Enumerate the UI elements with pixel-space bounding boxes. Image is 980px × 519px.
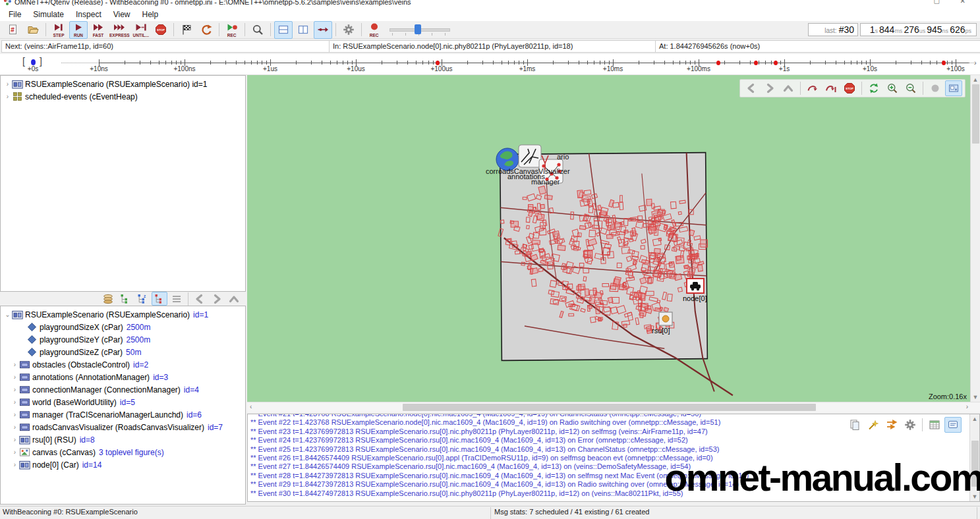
list-view-button[interactable] — [169, 292, 185, 306]
expand-arrow-icon[interactable]: ⌄ — [3, 311, 12, 318]
timeline-toggle-button[interactable] — [314, 21, 332, 39]
find-objects-button[interactable] — [248, 21, 267, 39]
timeline-event-dot[interactable] — [754, 61, 758, 65]
tree-row[interactable]: ›node[0] (Car)id=14 — [1, 458, 245, 471]
tree-row[interactable]: ›RSUExampleScenario (RSUExampleScenario)… — [1, 78, 245, 90]
setup-config-button[interactable]: # — [4, 21, 22, 39]
canvas-back-button[interactable] — [743, 80, 760, 96]
canvas-hscroll-thumb[interactable] — [403, 404, 816, 411]
filter-log-button[interactable] — [883, 417, 900, 433]
fast-until-module-button[interactable] — [822, 80, 840, 96]
inheritance-view-button[interactable]: z — [134, 292, 150, 306]
tree-row[interactable]: ⌄RSUExampleScenario (RSUExampleScenario)… — [1, 308, 245, 321]
children-view-button[interactable] — [152, 292, 167, 306]
expand-arrow-icon[interactable]: › — [3, 93, 12, 100]
until-button[interactable]: UNTIL... — [132, 21, 150, 39]
expand-arrow-icon[interactable]: › — [11, 398, 19, 406]
tree-row[interactable]: playgroundSizeY (cPar)2500m — [1, 333, 245, 346]
zoom-in-button[interactable] — [884, 80, 901, 96]
menu-item-inspect[interactable]: Inspect — [70, 9, 107, 20]
expand-arrow-icon[interactable]: › — [11, 373, 19, 381]
window-controls[interactable]: ▢ ✕ — [933, 0, 975, 5]
expand-arrow-icon[interactable]: › — [3, 80, 12, 88]
canvas-vscrollbar[interactable]: ▲ ▼ — [970, 75, 980, 402]
zoom-out-button[interactable] — [902, 80, 919, 96]
stop-button[interactable]: STOP — [152, 21, 170, 39]
log-options-button[interactable] — [902, 417, 919, 433]
layout-vertical-button[interactable] — [294, 21, 312, 39]
timeline-event-dot[interactable] — [942, 61, 946, 65]
table-view-button[interactable] — [926, 417, 943, 433]
menu-item-file[interactable]: File — [3, 9, 27, 20]
express-button[interactable]: EXPRESS — [109, 21, 130, 39]
expand-arrow-icon[interactable]: › — [11, 361, 19, 368]
fast-button[interactable]: FAST — [89, 21, 107, 39]
network-canvas[interactable]: STOP corroadsCanvasVisualizerannotations… — [247, 75, 980, 402]
tree-row[interactable]: ›roadsCanvasVisualizer (RoadsCanvasVisua… — [1, 421, 245, 433]
menu-item-simulate[interactable]: Simulate — [27, 9, 70, 20]
animation-toggle-button[interactable] — [927, 80, 944, 96]
inspector-forward-button[interactable] — [209, 292, 225, 306]
tree-row[interactable]: playgroundSizeZ (cPar)50m — [1, 346, 245, 358]
copy-log-button[interactable] — [846, 417, 863, 433]
filter-wand-button[interactable] — [865, 417, 882, 433]
tree-row[interactable]: ›world (BaseWorldUtility)id=5 — [1, 396, 245, 408]
grouped-view-button[interactable] — [117, 292, 133, 306]
tree-row[interactable]: ›rsu[0] (RSU)id=8 — [1, 433, 245, 446]
expand-arrow-icon[interactable]: › — [11, 386, 19, 393]
tree-item-label: scheduled-events (cEventHeap) — [25, 92, 138, 101]
expand-arrow-icon[interactable]: › — [11, 449, 19, 456]
event-timeline[interactable]: ›+0s+10ns+100ns+1us+10us+100us+1ms+10ms+… — [0, 54, 980, 75]
canvas-forward-button[interactable] — [761, 80, 778, 96]
expand-arrow-icon[interactable]: › — [11, 411, 19, 418]
tree-row[interactable]: ›annotations (AnnotationManager)id=3 — [1, 371, 245, 383]
redraw-button[interactable] — [865, 80, 882, 96]
timeline-event-dot[interactable] — [436, 61, 440, 65]
load-ned-button[interactable] — [24, 21, 42, 39]
compound-icon — [19, 371, 30, 383]
scroll-up-arrow[interactable]: ▲ — [970, 416, 979, 422]
tree-row[interactable]: ›obstacles (ObstacleControl)id=2 — [1, 358, 245, 371]
timeline-event-dot[interactable] — [774, 61, 778, 65]
inspector-up-button[interactable] — [226, 292, 242, 306]
preferences-button[interactable] — [339, 21, 358, 39]
animation-speed-slider[interactable] — [388, 22, 451, 37]
tree-row[interactable]: ›manager (TraCIScenarioManagerLaunchd)id… — [1, 408, 245, 421]
menu-item-help[interactable]: Help — [136, 9, 165, 20]
run-button[interactable]: RUN — [69, 21, 88, 39]
tree-row[interactable]: ›connectionManager (ConnectionManager)id… — [1, 383, 245, 396]
last-event-value: #30 — [839, 24, 854, 35]
canvas-up-button[interactable] — [780, 80, 797, 96]
canvas-hscrollbar[interactable]: ‹ › — [247, 402, 980, 412]
tree-row[interactable]: ›canvas (cCanvas)3 toplevel figure(s) — [1, 446, 245, 458]
timeline-event-dot[interactable] — [716, 61, 720, 65]
conclude-simulation-button[interactable] — [177, 21, 196, 39]
rebuild-network-button[interactable] — [197, 21, 216, 39]
timeline-bracket-open: [ — [22, 56, 25, 67]
step-button[interactable]: STEP — [49, 21, 68, 39]
menu-item-view[interactable]: View — [107, 9, 136, 20]
run-until-module-button[interactable] — [804, 80, 821, 96]
expand-arrow-icon[interactable]: › — [11, 461, 19, 468]
canvas-stop-button[interactable]: STOP — [841, 80, 858, 96]
expand-arrow-icon[interactable]: › — [11, 436, 19, 443]
scroll-right-arrow[interactable]: › — [966, 403, 968, 410]
message-view-button[interactable] — [944, 417, 962, 433]
slider-handle[interactable] — [415, 24, 421, 34]
record-eventlog-button[interactable]: REC — [223, 21, 241, 39]
scroll-down-arrow[interactable]: ▼ — [971, 394, 980, 400]
scroll-left-arrow[interactable]: ‹ — [250, 403, 252, 410]
timeline-current-event-dot[interactable] — [31, 59, 36, 65]
record-video-button[interactable]: REC — [365, 21, 384, 39]
layout-horizontal-button[interactable] — [274, 21, 293, 39]
show-module-output-button[interactable] — [945, 80, 962, 96]
scroll-up-arrow[interactable]: ▲ — [971, 76, 980, 83]
expand-arrow-icon[interactable]: › — [11, 423, 19, 431]
flat-view-button[interactable] — [100, 292, 116, 306]
tree-row[interactable]: ›scheduled-events (cEventHeap) — [1, 90, 245, 103]
tree-row[interactable]: playgroundSizeX (cPar)2500m — [1, 321, 245, 333]
inspector-back-button[interactable] — [192, 292, 208, 306]
tree-item-value: 3 toplevel figure(s) — [99, 448, 164, 457]
timeline-label: +1s — [779, 65, 790, 72]
canvas-vscroll-thumb[interactable] — [972, 84, 979, 144]
